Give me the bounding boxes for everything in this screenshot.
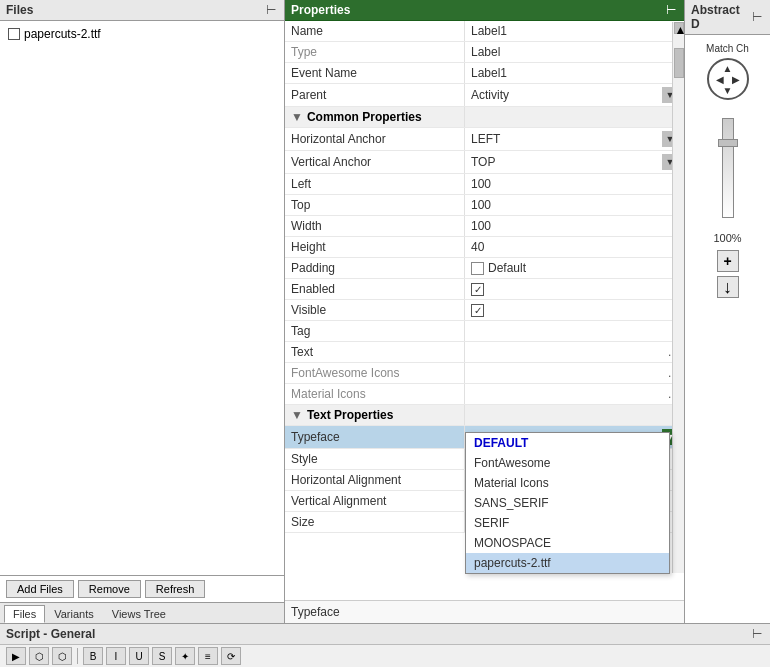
parent-value: Activity (471, 88, 509, 102)
nav-up-arrow[interactable]: ▲ (723, 63, 733, 74)
zoom-slider-track[interactable] (722, 118, 734, 218)
toolbar-btn-8[interactable]: ✦ (175, 647, 195, 665)
prop-value-left: 100 (465, 174, 684, 194)
prop-value-event-name: Label1 (465, 63, 684, 83)
prop-row-parent: Parent Activity ▼ (285, 84, 684, 107)
prop-row-enabled: Enabled ✓ (285, 279, 684, 300)
zoom-out-button[interactable]: ↓ (717, 276, 739, 298)
properties-title: Properties (291, 3, 350, 17)
prop-value-v-anchor: TOP ▼ (465, 151, 684, 173)
nav-left-arrow[interactable]: ◀ (716, 74, 724, 85)
text-props-triangle: ▼ (291, 408, 303, 422)
toolbar-btn-6[interactable]: U (129, 647, 149, 665)
remove-button[interactable]: Remove (78, 580, 141, 598)
prop-label-event-name: Event Name (285, 63, 465, 83)
prop-label-h-anchor: Horizontal Anchor (285, 128, 465, 150)
visible-checkbox[interactable]: ✓ (471, 304, 484, 317)
bottom-bar: Script - General ⊢ (0, 623, 770, 644)
prop-label-name: Name (285, 21, 465, 41)
prop-row-text: Text ... (285, 342, 684, 363)
scroll-thumb[interactable] (674, 48, 684, 78)
prop-label-left: Left (285, 174, 465, 194)
toolbar-btn-3[interactable]: ⬡ (52, 647, 72, 665)
prop-value-text-properties (465, 405, 684, 425)
zoom-slider-thumb[interactable] (718, 139, 738, 147)
files-panel: Files ⊢ papercuts-2.ttf Add Files Remove… (0, 0, 285, 623)
prop-label-text: Text (285, 342, 465, 362)
dropdown-item-serif[interactable]: SERIF (466, 513, 669, 533)
dropdown-item-sans-serif[interactable]: SANS_SERIF (466, 493, 669, 513)
properties-pin-button[interactable]: ⊢ (664, 3, 678, 17)
padding-checkbox[interactable] (471, 262, 484, 275)
prop-row-name: Name Label1 (285, 21, 684, 42)
zoom-in-button[interactable]: + (717, 250, 739, 272)
script-label: Script - General (6, 627, 95, 641)
match-ch-label: Match Ch (706, 43, 749, 54)
toolbar-btn-9[interactable]: ≡ (198, 647, 218, 665)
toolbar-btn-1[interactable]: ▶ (6, 647, 26, 665)
files-panel-title: Files (6, 3, 33, 17)
dropdown-item-default[interactable]: DEFAULT (466, 433, 669, 453)
files-pin-button[interactable]: ⊢ (264, 3, 278, 17)
section-triangle: ▼ (291, 110, 303, 124)
tab-files[interactable]: Files (4, 605, 45, 623)
prop-value-text: ... (465, 342, 684, 362)
v-anchor-value: TOP (471, 155, 495, 169)
toolbar-btn-4[interactable]: B (83, 647, 103, 665)
properties-scrollbar[interactable]: ▲ (672, 22, 684, 573)
nav-down-arrow[interactable]: ▼ (723, 85, 733, 96)
add-files-button[interactable]: Add Files (6, 580, 74, 598)
tab-views-tree[interactable]: Views Tree (103, 605, 175, 623)
file-name: papercuts-2.ttf (24, 27, 101, 41)
right-panel-pin-button[interactable]: ⊢ (750, 10, 764, 24)
prop-row-v-anchor: Vertical Anchor TOP ▼ (285, 151, 684, 174)
prop-value-type: Label (465, 42, 684, 62)
prop-label-v-align: Vertical Alignment (285, 491, 465, 511)
prop-label-size: Size (285, 512, 465, 532)
zoom-level-label: 100% (713, 232, 741, 244)
prop-value-fontawesome: ... (465, 363, 684, 383)
dropdown-item-monospace[interactable]: MONOSPACE (466, 533, 669, 553)
toolbar-btn-10[interactable]: ⟳ (221, 647, 241, 665)
enabled-checkbox[interactable]: ✓ (471, 283, 484, 296)
toolbar-btn-5[interactable]: I (106, 647, 126, 665)
scroll-up-arrow[interactable]: ▲ (674, 22, 684, 34)
files-tabs-bar: Files Variants Views Tree (0, 602, 284, 623)
prop-label-enabled: Enabled (285, 279, 465, 299)
prop-row-h-anchor: Horizontal Anchor LEFT ▼ (285, 128, 684, 151)
prop-value-height: 40 (465, 237, 684, 257)
prop-label-style: Style (285, 449, 465, 469)
tab-variants[interactable]: Variants (45, 605, 103, 623)
dropdown-item-papercuts[interactable]: papercuts-2.ttf (466, 553, 669, 573)
right-panel: Abstract D ⊢ Match Ch ▲ ◀ ▶ ▼ (685, 0, 770, 623)
toolbar-btn-7[interactable]: S (152, 647, 172, 665)
prop-row-visible: Visible ✓ (285, 300, 684, 321)
nav-arrows: ▲ ◀ ▶ ▼ (716, 63, 740, 96)
prop-label-height: Height (285, 237, 465, 257)
prop-value-padding: Default (465, 258, 684, 278)
files-footer: Add Files Remove Refresh (0, 575, 284, 602)
prop-label-v-anchor: Vertical Anchor (285, 151, 465, 173)
nav-right-arrow[interactable]: ▶ (732, 74, 740, 85)
prop-value-tag (465, 321, 684, 341)
prop-label-type: Type (285, 42, 465, 62)
prop-value-top: 100 (465, 195, 684, 215)
dropdown-item-material[interactable]: Material Icons (466, 473, 669, 493)
prop-row-tag: Tag (285, 321, 684, 342)
bottom-bar-pin-button[interactable]: ⊢ (750, 627, 764, 641)
h-anchor-value: LEFT (471, 132, 500, 146)
file-checkbox[interactable] (8, 28, 20, 40)
list-item: papercuts-2.ttf (4, 25, 280, 43)
prop-value-parent: Activity ▼ (465, 84, 684, 106)
toolbar-btn-2[interactable]: ⬡ (29, 647, 49, 665)
prop-value-visible: ✓ (465, 300, 684, 320)
prop-label-typeface: Typeface (285, 426, 465, 448)
prop-label-width: Width (285, 216, 465, 236)
typeface-label-text: Typeface (291, 605, 340, 619)
prop-label-material: Material Icons (285, 384, 465, 404)
properties-panel: Properties ⊢ Name Label1 Type Label Even… (285, 0, 685, 623)
refresh-button[interactable]: Refresh (145, 580, 206, 598)
right-panel-title: Abstract D (691, 3, 750, 31)
prop-row-height: Height 40 (285, 237, 684, 258)
dropdown-item-fontawesome[interactable]: FontAwesome (466, 453, 669, 473)
